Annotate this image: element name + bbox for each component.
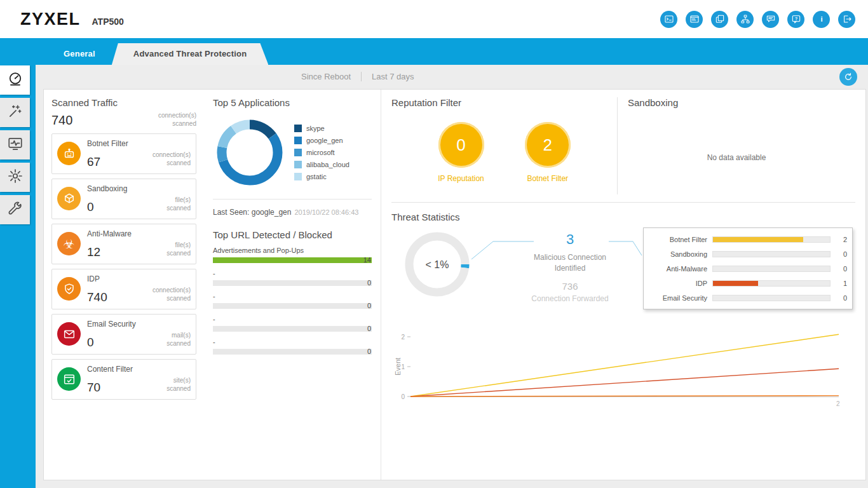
- reputation-item-ip-reputation: 0IP Reputation: [438, 122, 484, 183]
- card-unit: connection(s)scanned: [153, 286, 191, 302]
- threat-bar-value: 1: [836, 280, 847, 287]
- url-category: Advertisements and Pop-Ups: [213, 247, 372, 254]
- threat-bar-track: [712, 280, 831, 287]
- threat-bar-idp: IDP1: [649, 276, 847, 290]
- url-row-5: -0: [213, 338, 372, 355]
- threat-bar-anti-malware: Anti-Malware0: [649, 261, 847, 276]
- url-row-3: -0: [213, 292, 372, 309]
- legend-swatch: [294, 149, 302, 156]
- about-icon[interactable]: i: [813, 11, 830, 28]
- shield-icon: [57, 277, 81, 301]
- threat-bar-track: [712, 236, 831, 243]
- header-actions: ?i: [660, 11, 855, 28]
- tab-advanced-threat-protection[interactable]: Advanced Threat Protection: [112, 43, 269, 65]
- threat-bar-track: [712, 266, 831, 272]
- card-value: 70: [87, 381, 166, 395]
- right-panel: Reputation Filter 0IP Reputation2Botnet …: [381, 90, 865, 480]
- biohazard-icon: ☣: [57, 232, 81, 255]
- url-count: 0: [367, 279, 371, 287]
- card-name: Botnet Filter: [87, 139, 153, 148]
- card-value: 0: [87, 200, 166, 214]
- forwarded-count: 736: [497, 281, 643, 292]
- reputation-count-circle: 0: [438, 122, 484, 168]
- refresh-button[interactable]: [839, 68, 857, 86]
- svg-text:2: 2: [836, 400, 840, 407]
- scanned-total-value: 740: [51, 113, 72, 128]
- sidebar-item-quick-setup[interactable]: [0, 98, 30, 127]
- nav-tabs: GeneralAdvanced Threat Protection: [0, 43, 268, 65]
- legend-swatch: [294, 173, 302, 180]
- svg-text:?: ?: [794, 17, 797, 21]
- top-url-title: Top URL Detected / Blocked: [213, 229, 372, 240]
- scanned-card-anti-malware: ☣Anti-Malware12file(s)scanned: [51, 224, 196, 264]
- sandbox-icon: [57, 187, 81, 210]
- threat-bar-botnet-filter: Botnet Filter2: [649, 232, 847, 247]
- sidebar-item-dashboard[interactable]: [0, 65, 30, 95]
- threat-bar-label: Sandboxing: [649, 250, 707, 258]
- scanned-card-idp: IDP740connection(s)scanned: [51, 269, 196, 309]
- url-bar: 0: [213, 349, 372, 355]
- sandboxing-panel: Sandboxing No data available: [618, 97, 855, 194]
- reputation-label: IP Reputation: [438, 174, 484, 183]
- scanned-card-botnet-filter: Botnet Filter67connection(s)scanned: [51, 133, 196, 174]
- legend-label: gstatic: [306, 173, 327, 180]
- card-name: IDP: [87, 274, 153, 283]
- url-count: 14: [363, 256, 371, 264]
- scanned-traffic-panel: Scanned Traffic 740 connection(s) scanne…: [44, 90, 204, 480]
- sidebar: [0, 65, 36, 488]
- dashboard-content: Since Reboot Last 7 days Scanned Traffic…: [36, 65, 868, 488]
- url-count: 0: [367, 348, 371, 355]
- top-applications-panel: Top 5 Applications skypegoogle_genmicros…: [204, 90, 381, 480]
- configuration-icon: [7, 168, 24, 187]
- range-bar: Since Reboot Last 7 days: [36, 65, 868, 89]
- legend-label: google_gen: [306, 137, 343, 144]
- mail-icon: [57, 322, 81, 346]
- sidebar-item-monitor[interactable]: [0, 130, 30, 159]
- robot-icon: [57, 142, 81, 165]
- card-unit: file(s)scanned: [166, 241, 191, 257]
- svg-text:0: 0: [401, 393, 405, 400]
- svg-text:i: i: [820, 15, 822, 23]
- reputation-item-botnet-filter: 2Botnet Filter: [525, 122, 571, 183]
- cli-icon[interactable]: [686, 11, 703, 28]
- malicious-count: 3: [497, 231, 643, 248]
- divider: [213, 199, 372, 200]
- main-nav: GeneralAdvanced Threat Protection: [0, 38, 868, 65]
- url-bar: 0: [213, 280, 372, 286]
- threat-bar-label: Botnet Filter: [649, 236, 707, 243]
- url-row-4: -0: [213, 315, 372, 332]
- threat-summary: 3 Malicious Connection Identified 736 Co…: [497, 227, 643, 309]
- site-map-icon[interactable]: [736, 11, 754, 28]
- scanned-cards: Botnet Filter67connection(s)scannedSandb…: [51, 133, 196, 400]
- url-row-1: Advertisements and Pop-Ups14: [213, 247, 372, 263]
- quick-setup-icon: [7, 103, 24, 122]
- url-category: -: [213, 269, 372, 277]
- svg-text:2: 2: [401, 334, 405, 341]
- help-icon[interactable]: ?: [787, 11, 804, 28]
- sidebar-item-maintenance[interactable]: [0, 195, 30, 224]
- tab-general[interactable]: General: [47, 43, 112, 65]
- threat-bar-value: 0: [836, 250, 847, 258]
- threat-bar-email-security: Email Security0: [649, 290, 847, 305]
- threat-bar-track: [712, 295, 831, 301]
- reputation-circles: 0IP Reputation2Botnet Filter: [391, 122, 617, 183]
- sidebar-item-configuration[interactable]: [0, 163, 30, 192]
- range-last-7-days[interactable]: Last 7 days: [372, 72, 414, 81]
- logout-icon[interactable]: [838, 11, 855, 28]
- reference-icon[interactable]: [711, 11, 728, 28]
- threat-bar-label: IDP: [649, 280, 707, 287]
- event-line-chart: 012Event2: [394, 325, 843, 410]
- top-url-rows: Advertisements and Pop-Ups14-0-0-0-0: [213, 247, 372, 355]
- web-console-icon[interactable]: [660, 11, 677, 28]
- legend-label: skype: [306, 125, 325, 132]
- reputation-count-circle: 2: [525, 122, 571, 168]
- card-name: Content Filter: [87, 365, 166, 374]
- legend-swatch: [294, 125, 302, 132]
- threat-bar-label: Email Security: [649, 294, 707, 302]
- browser-icon: [57, 367, 81, 391]
- url-count: 0: [367, 325, 371, 332]
- forum-icon[interactable]: [762, 11, 779, 28]
- range-since-reboot[interactable]: Since Reboot: [301, 72, 351, 81]
- maintenance-icon: [7, 200, 24, 219]
- last-seen-time: 2019/10/22 08:46:43: [294, 208, 358, 216]
